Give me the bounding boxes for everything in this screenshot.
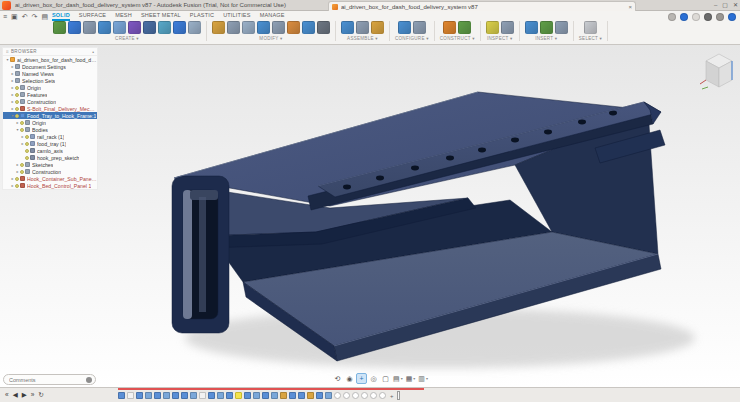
visibility-bulb-icon[interactable] bbox=[25, 142, 29, 146]
grid-settings-icon[interactable]: ▦▾ bbox=[405, 373, 417, 384]
timeline-feature-sketch[interactable] bbox=[298, 392, 305, 399]
visibility-bulb-icon[interactable] bbox=[15, 93, 19, 97]
skip-to-start-icon[interactable]: « bbox=[5, 391, 9, 399]
timeline-feature-feature[interactable] bbox=[271, 392, 278, 399]
tab-utilities[interactable]: UTILITIES bbox=[223, 12, 250, 21]
browser-row[interactable]: ▸food_tray (1) bbox=[3, 140, 97, 147]
new-component-icon[interactable] bbox=[341, 21, 354, 34]
ribbon-group-label-insert[interactable]: INSERT ▾ bbox=[535, 36, 557, 41]
timeline-feature-ghost[interactable] bbox=[361, 392, 368, 399]
visibility-bulb-icon[interactable] bbox=[20, 163, 24, 167]
extensions-icon[interactable] bbox=[668, 13, 676, 21]
pin-icon[interactable]: • bbox=[92, 49, 94, 55]
browser-row[interactable]: ▾ai_driven_box_for_dash_food_delivery_sy… bbox=[3, 56, 97, 63]
restore-button[interactable]: ▢ bbox=[722, 0, 728, 10]
ribbon-group-label-configure[interactable]: CONFIGURE ▾ bbox=[395, 36, 429, 41]
revolve-icon[interactable] bbox=[83, 21, 96, 34]
visibility-bulb-icon[interactable] bbox=[20, 170, 24, 174]
browser-row[interactable]: camlo_axis bbox=[3, 147, 97, 154]
tab-solid[interactable]: SOLID bbox=[52, 12, 70, 21]
joint-icon[interactable] bbox=[356, 21, 369, 34]
undo-icon[interactable]: ↶ bbox=[22, 12, 28, 21]
comments-input[interactable] bbox=[7, 376, 86, 384]
tab-plastic[interactable]: PLASTIC bbox=[190, 12, 214, 21]
browser-row[interactable]: ▸Selection Sets bbox=[3, 77, 97, 84]
document-tab-close-icon[interactable]: × bbox=[628, 4, 632, 10]
timeline-feature-plane[interactable] bbox=[199, 392, 206, 399]
timeline-feature-gold[interactable] bbox=[280, 392, 287, 399]
save-icon[interactable]: ▣ bbox=[11, 12, 18, 21]
timeline-feature-sketch[interactable] bbox=[244, 392, 251, 399]
visibility-bulb-icon[interactable] bbox=[15, 177, 19, 181]
timeline-feature-sketch[interactable] bbox=[181, 392, 188, 399]
orbit-icon[interactable]: ⟲ bbox=[332, 373, 343, 384]
tab-sheet-metal[interactable]: SHEET METAL bbox=[141, 12, 181, 21]
visibility-bulb-icon[interactable] bbox=[25, 149, 29, 153]
create-sketch-icon[interactable] bbox=[53, 21, 66, 34]
visibility-bulb-icon[interactable] bbox=[25, 135, 29, 139]
job-status-icon[interactable] bbox=[680, 13, 688, 21]
visibility-bulb-icon[interactable] bbox=[15, 107, 19, 111]
help-icon[interactable] bbox=[704, 13, 712, 21]
timeline-feature-feature[interactable] bbox=[217, 392, 224, 399]
visibility-bulb-icon[interactable] bbox=[15, 86, 19, 90]
timeline-feature-sketch[interactable] bbox=[136, 392, 143, 399]
browser-row[interactable]: ▸Sketches bbox=[3, 161, 97, 168]
tab-surface[interactable]: SURFACE bbox=[79, 12, 106, 21]
timeline-feature-feature[interactable] bbox=[325, 392, 332, 399]
browser-row[interactable]: ▸Origin bbox=[3, 119, 97, 126]
drag-grip-icon[interactable]: ⠿ bbox=[6, 49, 9, 54]
decal-icon[interactable] bbox=[540, 21, 553, 34]
combine-icon[interactable] bbox=[257, 21, 270, 34]
look-at-icon[interactable]: ◉ bbox=[344, 373, 355, 384]
timeline-feature-ghost[interactable] bbox=[334, 392, 341, 399]
browser-row[interactable]: ▸rail_rack (1) bbox=[3, 133, 97, 140]
loft-icon[interactable] bbox=[113, 21, 126, 34]
model-3d-view[interactable] bbox=[0, 0, 740, 402]
browser-row[interactable]: ▾Bodies bbox=[3, 126, 97, 133]
timeline-feature-feature[interactable] bbox=[253, 392, 260, 399]
timeline-feature-feature[interactable] bbox=[190, 392, 197, 399]
timeline-feature-plane[interactable] bbox=[127, 392, 134, 399]
tab-manage[interactable]: MANAGE bbox=[260, 12, 285, 21]
browser-row[interactable]: ▸Construction bbox=[3, 98, 97, 105]
move-copy-icon[interactable] bbox=[317, 21, 330, 34]
timeline-feature-sketch[interactable] bbox=[226, 392, 233, 399]
viewports-icon[interactable]: ▥▾ bbox=[417, 373, 429, 384]
offset-plane-icon[interactable] bbox=[443, 21, 456, 34]
timeline-feature-ghost[interactable] bbox=[343, 392, 350, 399]
browser-row[interactable]: ▸Features bbox=[3, 91, 97, 98]
configurations-icon[interactable] bbox=[398, 21, 411, 34]
shell-icon[interactable] bbox=[242, 21, 255, 34]
timeline-feature-ghost[interactable] bbox=[352, 392, 359, 399]
construction-axis-icon[interactable] bbox=[458, 21, 471, 34]
profile-avatar[interactable] bbox=[728, 13, 736, 21]
configuration-table-icon[interactable] bbox=[413, 21, 426, 34]
timeline-position-cursor[interactable] bbox=[397, 391, 400, 400]
minimize-button[interactable]: – bbox=[714, 0, 717, 10]
browser-row[interactable]: ▸Hook_Bed_Control_Panel 1 bbox=[3, 182, 97, 189]
comment-submit-icon[interactable] bbox=[86, 377, 92, 383]
timeline-feature-sketch[interactable] bbox=[316, 392, 323, 399]
settings-icon[interactable] bbox=[716, 13, 724, 21]
insert-derive-icon[interactable] bbox=[525, 21, 538, 34]
file-menu-icon[interactable]: ≡ bbox=[3, 12, 7, 21]
timeline-feature-sketch[interactable] bbox=[172, 392, 179, 399]
export-icon[interactable]: ▤ bbox=[41, 12, 48, 21]
browser-row[interactable]: ▸Construction bbox=[3, 168, 97, 175]
timeline-feature-ghost[interactable] bbox=[370, 392, 377, 399]
fillet-icon[interactable] bbox=[227, 21, 240, 34]
redo-icon[interactable]: ↷ bbox=[32, 12, 38, 21]
timeline-add-icon[interactable]: + bbox=[390, 393, 394, 399]
visibility-bulb-icon[interactable] bbox=[20, 128, 24, 132]
loop-icon[interactable]: ↻ bbox=[38, 391, 43, 399]
ribbon-group-label-inspect[interactable]: INSPECT ▾ bbox=[487, 36, 513, 41]
play-icon[interactable]: ▶ bbox=[22, 391, 27, 399]
close-button[interactable]: ✕ bbox=[733, 0, 738, 10]
browser-row[interactable]: hook_prep_sketch bbox=[3, 154, 97, 161]
visibility-bulb-icon[interactable] bbox=[15, 184, 19, 188]
timeline-feature-sketch[interactable] bbox=[289, 392, 296, 399]
pattern-icon[interactable] bbox=[173, 21, 186, 34]
browser-header[interactable]: ⠿ BROWSER • bbox=[3, 48, 97, 56]
section-analysis-icon[interactable] bbox=[501, 21, 514, 34]
